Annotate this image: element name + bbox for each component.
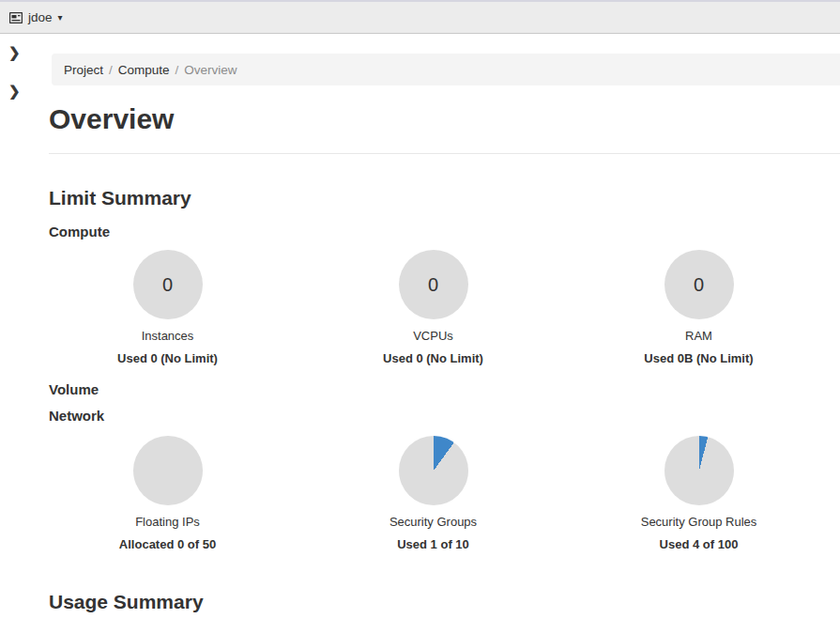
vcpus-pie-chart: 0 — [399, 250, 468, 319]
breadcrumb-separator: / — [176, 63, 179, 77]
user-menu-label: jdoe — [28, 10, 53, 24]
limit-chart-vcpus: 0 VCPUs Used 0 (No Limit) — [300, 250, 566, 366]
user-menu[interactable]: jdoe ▾ — [9, 10, 63, 24]
page-title: Overview — [49, 102, 840, 136]
breadcrumb: Project / Compute / Overview — [52, 54, 840, 85]
chart-label: VCPUs — [413, 329, 453, 344]
breadcrumb-compute[interactable]: Compute — [118, 63, 170, 77]
chart-caption: Used 0 (No Limit) — [117, 351, 218, 366]
security-group-rules-pie-chart — [664, 436, 734, 505]
pie-center-value: 0 — [162, 275, 173, 294]
chart-caption: Used 1 of 10 — [397, 537, 469, 552]
chart-label: Security Groups — [389, 515, 477, 530]
chart-label: RAM — [685, 329, 712, 344]
ram-pie-chart: 0 — [664, 250, 734, 319]
limit-summary-heading: Limit Summary — [49, 186, 840, 210]
network-limits-row: Floating IPs Allocated 0 of 50 Security … — [35, 436, 832, 552]
usage-summary-heading: Usage Summary — [49, 590, 840, 614]
chart-caption: Allocated 0 of 50 — [119, 537, 216, 552]
limit-chart-ram: 0 RAM Used 0B (No Limit) — [566, 250, 832, 366]
group-heading-volume: Volume — [49, 380, 840, 399]
limit-chart-floating-ips: Floating IPs Allocated 0 of 50 — [35, 436, 300, 552]
chart-label: Floating IPs — [135, 515, 200, 530]
chart-label: Security Group Rules — [641, 515, 757, 530]
caret-down-icon: ▾ — [58, 13, 63, 23]
group-heading-compute: Compute — [49, 223, 840, 241]
main-content: Project / Compute / Overview Overview Li… — [0, 54, 840, 614]
group-heading-network: Network — [49, 407, 840, 425]
chart-caption: Used 0B (No Limit) — [644, 351, 753, 366]
chart-label: Instances — [142, 329, 194, 344]
limit-chart-instances: 0 Instances Used 0 (No Limit) — [35, 250, 300, 366]
sidebar-expand-toggle-bottom[interactable]: ❯ — [8, 84, 21, 98]
domain-card-icon — [9, 12, 23, 23]
compute-limits-row: 0 Instances Used 0 (No Limit) 0 VCPUs Us… — [35, 250, 832, 366]
breadcrumb-project[interactable]: Project — [64, 63, 103, 77]
chart-caption: Used 0 (No Limit) — [383, 351, 483, 366]
chart-caption: Used 4 of 100 — [660, 537, 739, 552]
pie-center-value: 0 — [694, 275, 704, 294]
security-groups-pie-chart — [399, 436, 468, 505]
pie-center-value: 0 — [428, 275, 438, 294]
title-divider — [49, 153, 840, 154]
sidebar-expand-toggle-top[interactable]: ❯ — [8, 45, 21, 59]
top-navbar: jdoe ▾ — [0, 0, 840, 34]
breadcrumb-current: Overview — [184, 63, 237, 77]
limit-chart-security-group-rules: Security Group Rules Used 4 of 100 — [566, 436, 832, 552]
instances-pie-chart: 0 — [133, 250, 203, 319]
breadcrumb-separator: / — [109, 63, 113, 77]
floating-ips-pie-chart — [133, 436, 203, 505]
limit-chart-security-groups: Security Groups Used 1 of 10 — [300, 436, 566, 552]
